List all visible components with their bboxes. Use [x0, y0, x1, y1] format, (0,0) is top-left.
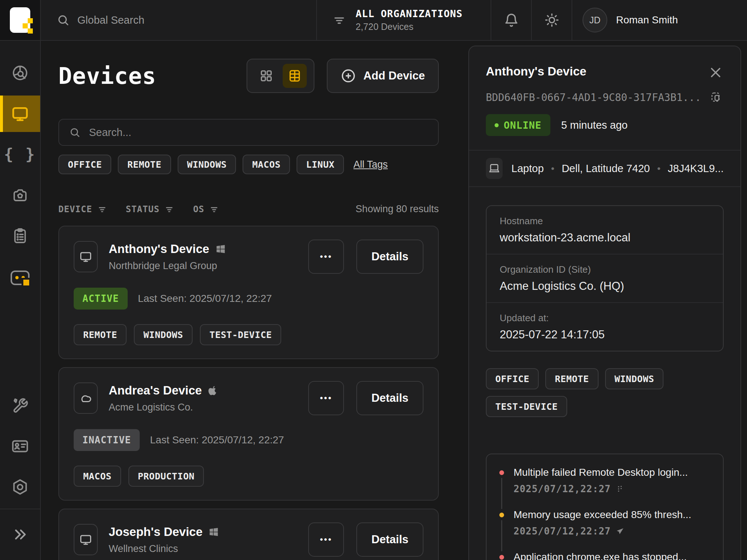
chevrons-right-icon — [12, 526, 28, 543]
table-view-button[interactable] — [283, 64, 307, 88]
logo-mark-icon — [10, 7, 30, 33]
device-tag[interactable]: TEST-DEVICE — [200, 324, 281, 345]
device-name: Anthony's Device — [109, 242, 209, 256]
column-os[interactable]: OS — [193, 204, 219, 214]
details-button[interactable]: Details — [356, 381, 423, 415]
user-menu[interactable]: JD Roman Smith — [572, 0, 747, 40]
online-status-badge: ONLINE — [486, 114, 550, 136]
id-card-icon — [11, 437, 29, 455]
status-badge: ACTIVE — [74, 288, 128, 310]
sort-filter-icon — [97, 205, 107, 214]
device-tag[interactable]: REMOTE — [545, 368, 598, 389]
add-device-button[interactable]: Add Device — [327, 59, 439, 93]
sidebar-item-scripts[interactable]: { } — [0, 136, 40, 172]
device-type-box — [74, 382, 98, 414]
device-type-box — [74, 524, 98, 555]
app-logo[interactable] — [0, 0, 41, 40]
alert-item[interactable]: Multiple failed Remote Desktop login... … — [499, 467, 711, 509]
last-contact: 5 minutes ago — [561, 119, 628, 131]
filter-tag-windows[interactable]: WINDOWS — [178, 155, 236, 174]
alert-time: 2025/07/12,22:27 — [514, 483, 611, 494]
apple-os-icon — [208, 385, 218, 396]
cloud-icon — [79, 391, 93, 405]
device-tag[interactable]: TEST-DEVICE — [486, 396, 567, 417]
sidebar-item-tools[interactable] — [0, 388, 40, 424]
device-tag[interactable]: WINDOWS — [134, 324, 193, 345]
copy-uuid-button[interactable] — [710, 91, 723, 104]
sidebar-item-devices[interactable] — [0, 96, 40, 132]
more-options-button[interactable]: ••• — [308, 381, 344, 415]
info-row-hostname: Hostname workstation-23.acme.local — [487, 206, 723, 254]
device-org: Northbridge Legal Group — [109, 260, 226, 272]
filter-tag-linux[interactable]: LINUX — [297, 155, 344, 174]
sort-filter-icon — [165, 205, 174, 214]
device-model: Dell, Latitude 7420 — [562, 163, 650, 175]
view-toggle — [247, 59, 314, 93]
org-selector[interactable]: ALL ORGANIZATIONS 2,720 Devices — [316, 0, 491, 40]
device-serial: J8J4K3L9... — [668, 163, 724, 175]
settings-nut-icon — [11, 478, 29, 496]
info-row-organization: Organization ID (Site) Acme Logistics Co… — [487, 254, 723, 302]
add-device-label: Add Device — [363, 69, 425, 82]
info-value: 2025-07-22 14:17:05 — [500, 328, 710, 341]
filter-tag-macos[interactable]: MACOS — [243, 155, 290, 174]
sidebar-item-snapshots[interactable] — [0, 177, 40, 214]
device-search-input[interactable] — [88, 126, 428, 139]
column-status[interactable]: STATUS — [126, 204, 174, 214]
device-search — [58, 119, 439, 146]
critical-dot-icon — [499, 555, 504, 560]
device-tag[interactable]: PRODUCTION — [128, 466, 204, 487]
device-info-box: Hostname workstation-23.acme.local Organ… — [486, 205, 724, 351]
grid-view-button[interactable] — [254, 64, 278, 88]
clipboard-list-icon — [11, 227, 29, 245]
panel-divider — [469, 186, 740, 187]
sidebar-collapse-button[interactable] — [0, 516, 40, 553]
filter-tag-office[interactable]: OFFICE — [58, 155, 111, 174]
user-name: Roman Smith — [616, 14, 678, 26]
sidebar-item-dashboard[interactable] — [0, 55, 40, 91]
warning-dot-icon — [499, 513, 504, 517]
sun-icon — [544, 12, 560, 28]
device-org: Wellnest Clinics — [109, 543, 219, 555]
more-options-button[interactable]: ••• — [308, 522, 344, 557]
column-device[interactable]: DEVICE — [58, 204, 107, 214]
device-tag[interactable]: WINDOWS — [605, 368, 664, 389]
filter-tag-remote[interactable]: REMOTE — [118, 155, 171, 174]
alerts-timeline: Multiple failed Remote Desktop login... … — [486, 454, 724, 560]
device-tag[interactable]: MACOS — [74, 466, 121, 487]
critical-dot-icon — [499, 470, 504, 475]
notifications-button[interactable] — [491, 0, 531, 40]
close-panel-button[interactable] — [708, 65, 724, 81]
alert-item[interactable]: Application chrome.exe has stopped... 20… — [499, 551, 711, 560]
sidebar-nav: { } — [0, 41, 41, 560]
details-button[interactable]: Details — [356, 240, 423, 274]
details-button[interactable]: Details — [356, 522, 423, 557]
dots-grid-icon — [616, 485, 624, 493]
sidebar-item-tasks[interactable] — [0, 218, 40, 254]
list-header: DEVICE STATUS OS Showing 80 results — [58, 203, 439, 215]
dashboard-icon — [11, 64, 29, 82]
sort-filter-icon — [209, 205, 219, 214]
info-label: Organization ID (Site) — [500, 264, 710, 275]
windows-os-icon — [208, 526, 219, 537]
global-search[interactable]: Global Search — [41, 0, 316, 40]
alert-item[interactable]: Memory usage exceeded 85% thresh... 2025… — [499, 509, 711, 551]
sidebar-item-contacts[interactable] — [0, 428, 40, 464]
all-tags-link[interactable]: All Tags — [353, 159, 388, 170]
online-dot-icon — [495, 123, 499, 127]
device-card[interactable]: Andrea's Device Acme Logistics Co. ••• D… — [58, 367, 439, 501]
bell-icon — [504, 12, 519, 28]
devices-page: Devices Add Device OFFICE REMOTE WINDOWS — [41, 41, 459, 560]
paper-plane-icon — [616, 527, 624, 536]
sidebar-item-automation[interactable] — [0, 260, 40, 296]
device-tag[interactable]: OFFICE — [486, 368, 539, 389]
filter-tags-row: OFFICE REMOTE WINDOWS MACOS LINUX All Ta… — [58, 155, 439, 174]
sidebar-item-settings[interactable] — [0, 469, 40, 505]
device-card[interactable]: Anthony's Device Northbridge Legal Group… — [58, 226, 439, 359]
device-tag[interactable]: REMOTE — [74, 324, 127, 345]
search-icon — [69, 127, 80, 138]
device-card[interactable]: Joseph's Device Wellnest Clinics ••• Det… — [58, 509, 439, 560]
bullet-separator: • — [657, 163, 661, 174]
theme-toggle-button[interactable] — [531, 0, 572, 40]
more-options-button[interactable]: ••• — [308, 240, 344, 274]
